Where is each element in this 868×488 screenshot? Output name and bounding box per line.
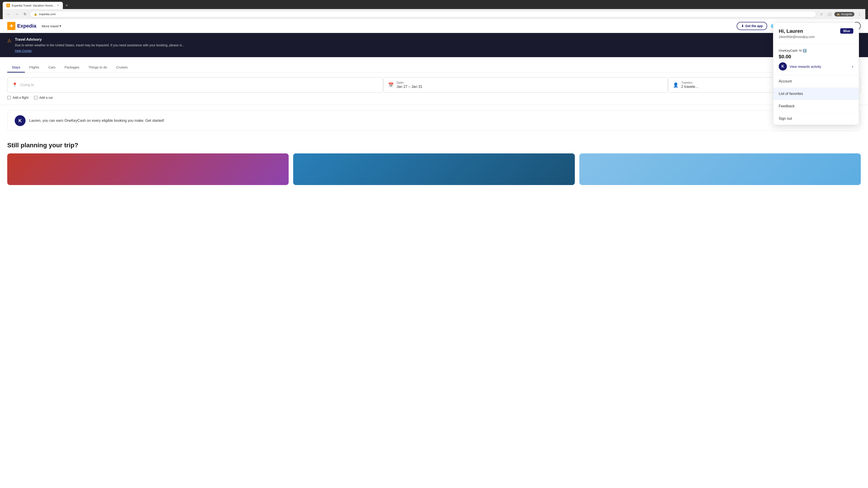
chevron-right-icon: ›	[852, 64, 853, 69]
favorites-label: List of favorites	[779, 92, 803, 96]
advisory-content: Travel Advisory Due to winter weather in…	[15, 37, 861, 53]
tab-cars[interactable]: Cars	[44, 63, 60, 72]
still-planning-title: Still planning your trip?	[7, 142, 861, 149]
dates-input[interactable]: 📅 Dates Jan 27 – Jan 31	[383, 77, 668, 93]
onekeycash-amount: $0.00	[779, 54, 853, 60]
top-navigation: ✈ Expedia More travel ▾ ⬇ Get the app 🌐 …	[0, 19, 868, 33]
trademark-symbol: TM	[798, 50, 802, 52]
dates-value: Jan 27 – Jan 31	[397, 85, 422, 89]
search-checkboxes: Add a flight Add a car	[7, 96, 861, 99]
browser-chrome: E Expedia Travel: Vacation Home... ✕ + ←…	[0, 0, 868, 19]
add-flight-checkbox[interactable]: Add a flight	[7, 96, 29, 99]
tab-title: Expedia Travel: Vacation Home...	[12, 4, 55, 7]
more-travel-button[interactable]: More travel ▾	[41, 24, 61, 28]
star-button[interactable]: ☆	[818, 11, 825, 18]
tab-favicon: E	[6, 4, 10, 7]
menu-button[interactable]: ⋮	[856, 11, 863, 18]
sign-out-label: Sign out	[779, 117, 792, 121]
tab-close-button[interactable]: ✕	[57, 4, 59, 7]
account-menu-item[interactable]: Account	[773, 75, 859, 88]
tab-search-button[interactable]: ⬜	[826, 11, 833, 18]
browser-controls: ← → ↻ 🔒 expedia.com ☆ ⬜ 🕵 Incognito ⋮	[3, 9, 865, 19]
add-flight-label: Add a flight	[13, 96, 29, 99]
dates-field: Dates Jan 27 – Jan 31	[397, 81, 422, 89]
logo-icon: ✈	[7, 22, 16, 30]
rewards-text: Lauren, you can earn OneKeyCash on every…	[29, 119, 164, 123]
browser-actions: ☆ ⬜ 🕵 Incognito ⋮	[818, 11, 863, 18]
view-rewards-label: View rewards activity	[789, 65, 821, 68]
advisory-title: Travel Advisory	[15, 37, 861, 41]
browser-tab-bar: E Expedia Travel: Vacation Home... ✕ +	[3, 2, 865, 9]
going-to-value: Going to	[20, 83, 34, 87]
help-center-link[interactable]: Help Center	[15, 49, 32, 53]
dropdown-email: 24ee050e@moodjoy.com	[779, 35, 840, 39]
logo-text: Expedia	[17, 23, 36, 29]
destination-input[interactable]: 📍 Going to	[7, 77, 383, 93]
car-checkbox-box[interactable]	[34, 96, 37, 99]
logo-letter: ✈	[9, 23, 13, 29]
dropdown-rewards: OneKeyCash TM ℹ️ $0.00 K View rewards ac…	[773, 44, 859, 75]
lock-icon: 🔒	[34, 12, 37, 16]
add-car-checkbox[interactable]: Add a car	[34, 96, 53, 99]
search-section: Stays Flights Cars Packages Things to do…	[0, 57, 868, 105]
dropdown-greeting: Hi, Lauren	[779, 28, 840, 34]
tab-packages[interactable]: Packages	[60, 63, 84, 72]
favorites-menu-item[interactable]: List of favorites	[773, 88, 859, 100]
account-label: Account	[779, 79, 792, 84]
incognito-icon: 🕵	[837, 13, 840, 16]
calendar-icon: 📅	[388, 82, 394, 88]
planning-card-3[interactable]	[579, 153, 861, 185]
tab-stays[interactable]: Stays	[7, 63, 25, 72]
get-app-button[interactable]: ⬇ Get the app	[737, 22, 767, 30]
planning-card-1[interactable]	[7, 153, 289, 185]
incognito-label: Incognito	[841, 13, 852, 16]
add-car-label: Add a car	[39, 96, 53, 99]
travel-advisory: ⚠ Travel Advisory Due to winter weather …	[0, 33, 868, 57]
website: ✈ Expedia More travel ▾ ⬇ Get the app 🌐 …	[0, 19, 868, 488]
feedback-label: Feedback	[779, 104, 795, 108]
tab-things-to-do[interactable]: Things to do	[84, 63, 112, 72]
download-icon: ⬇	[741, 24, 744, 28]
rewards-banner: K Lauren, you can earn OneKeyCash on eve…	[7, 110, 861, 131]
planning-card-2[interactable]	[293, 153, 575, 185]
onekeycash-label: OneKeyCash TM ℹ️	[779, 49, 853, 53]
planning-cards	[7, 153, 861, 185]
view-rewards-button[interactable]: K View rewards activity ›	[779, 62, 853, 70]
new-tab-button[interactable]: +	[64, 2, 70, 9]
forward-button[interactable]: →	[13, 11, 20, 18]
address-text: expedia.com	[39, 12, 56, 16]
tier-badge: Blue	[840, 28, 853, 34]
flight-checkbox-box[interactable]	[7, 96, 11, 99]
k-rewards-icon: K	[779, 62, 787, 70]
traveler-icon: 👤	[673, 82, 679, 88]
search-inputs: 📍 Going to 📅 Dates Jan 27 – Jan 31 👤 Tra…	[7, 77, 861, 93]
get-app-label: Get the app	[745, 24, 763, 28]
sign-out-button[interactable]: Sign out	[773, 112, 859, 125]
view-rewards-content: K View rewards activity	[779, 62, 821, 70]
more-travel-label: More travel	[41, 24, 59, 28]
dropdown-user-info: Hi, Lauren 24ee050e@moodjoy.com	[779, 28, 840, 39]
warning-icon: ⚠	[7, 38, 11, 43]
expedia-logo[interactable]: ✈ Expedia	[7, 22, 36, 30]
travelers-value: 2 travele...	[681, 85, 698, 89]
destination-field: Going to	[20, 83, 34, 87]
user-dropdown: Hi, Lauren 24ee050e@moodjoy.com Blue One…	[773, 23, 859, 125]
info-icon[interactable]: ℹ️	[803, 49, 807, 53]
still-planning-section: Still planning your trip?	[0, 136, 868, 191]
active-tab[interactable]: E Expedia Travel: Vacation Home... ✕	[3, 2, 63, 9]
onekeycash-name: OneKeyCash	[779, 49, 798, 53]
back-button[interactable]: ←	[5, 11, 12, 18]
dates-label: Dates	[397, 81, 422, 84]
travelers-field: Travelers 2 travele...	[681, 81, 698, 89]
chevron-down-icon: ▾	[59, 24, 61, 28]
advisory-text: Due to winter weather in the United Stat…	[15, 43, 861, 48]
feedback-menu-item[interactable]: Feedback	[773, 100, 859, 112]
address-bar[interactable]: 🔒 expedia.com	[30, 11, 816, 18]
dropdown-header: Hi, Lauren 24ee050e@moodjoy.com Blue	[773, 23, 859, 44]
tab-cruises[interactable]: Cruises	[112, 63, 132, 72]
rewards-k-icon: K	[15, 115, 26, 126]
incognito-badge: 🕵 Incognito	[834, 12, 855, 17]
tab-flights[interactable]: Flights	[25, 63, 44, 72]
reload-button[interactable]: ↻	[22, 11, 28, 18]
search-tabs: Stays Flights Cars Packages Things to do…	[7, 63, 861, 73]
